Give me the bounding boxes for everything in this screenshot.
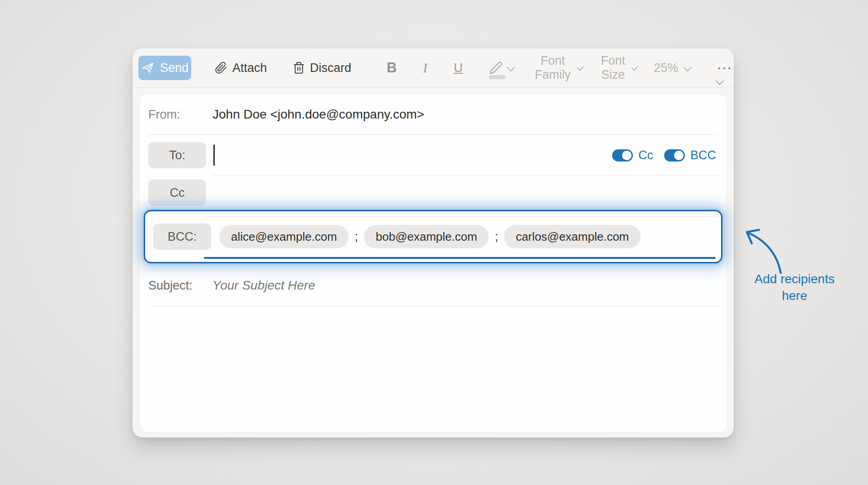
bcc-toggle[interactable] bbox=[664, 149, 685, 162]
send-button[interactable]: Send bbox=[138, 56, 191, 80]
subject-placeholder: Your Subject Here bbox=[212, 278, 315, 293]
overflow-menu-button[interactable]: ••• bbox=[717, 64, 734, 72]
send-button-label: Send bbox=[160, 61, 189, 75]
from-value: John Doe <john.doe@company.com> bbox=[212, 107, 424, 122]
collapse-ribbon-button[interactable] bbox=[713, 78, 725, 86]
recipient-separator: ; bbox=[354, 230, 358, 244]
message-panel: From: John Doe <john.doe@company.com> To… bbox=[140, 95, 726, 432]
chevron-down-icon bbox=[632, 64, 638, 71]
toggle-knob bbox=[674, 151, 684, 160]
subject-label: Subject: bbox=[148, 279, 212, 293]
compose-window: Send Attach Discard B I U bbox=[132, 48, 734, 437]
font-size-label: Font Size bbox=[599, 54, 626, 82]
compose-toolbar: Send Attach Discard B I U bbox=[132, 48, 734, 88]
font-family-dropdown[interactable]: Font Family bbox=[534, 54, 582, 82]
chevron-down-icon bbox=[684, 63, 692, 71]
bcc-row-highlighted[interactable]: BCC: alice@example.com ; bob@example.com… bbox=[144, 210, 722, 263]
font-size-dropdown[interactable]: Font Size bbox=[599, 54, 636, 82]
trash-icon bbox=[292, 62, 305, 74]
desktop-background: { "toolbar": { "send_label": "Send", "at… bbox=[0, 0, 868, 485]
from-row: From: John Doe <john.doe@company.com> bbox=[148, 95, 718, 135]
to-row[interactable]: To: Cc BCC bbox=[148, 135, 718, 176]
highlight-color-button[interactable] bbox=[486, 61, 516, 75]
recipient-pill[interactable]: carlos@example.com bbox=[504, 225, 641, 248]
message-body-input[interactable] bbox=[148, 306, 718, 432]
zoom-dropdown[interactable]: 25% bbox=[654, 61, 690, 75]
recipient-pill[interactable]: alice@example.com bbox=[219, 225, 349, 248]
from-label: From: bbox=[148, 108, 212, 122]
bcc-toggle-label: BCC bbox=[690, 148, 716, 162]
send-plane-icon bbox=[141, 61, 155, 75]
discard-button-label: Discard bbox=[310, 61, 352, 75]
chevron-down-icon bbox=[506, 63, 514, 71]
bold-button[interactable]: B bbox=[384, 59, 399, 76]
recipient-pill[interactable]: bob@example.com bbox=[364, 225, 489, 248]
subject-row[interactable]: Subject: Your Subject Here bbox=[148, 265, 718, 306]
divider bbox=[205, 216, 718, 217]
annotation-text: Add recipients here bbox=[737, 271, 852, 304]
cc-toggle-label: Cc bbox=[638, 148, 653, 162]
discard-button[interactable]: Discard bbox=[292, 61, 352, 75]
chevron-down-icon bbox=[577, 64, 584, 71]
cc-row[interactable]: Cc bbox=[148, 176, 718, 210]
bcc-active-underline bbox=[204, 257, 716, 259]
toggle-knob bbox=[622, 151, 632, 160]
annotation-line-1: Add recipients bbox=[737, 271, 852, 288]
italic-button[interactable]: I bbox=[420, 60, 430, 76]
underline-button[interactable]: U bbox=[451, 60, 466, 76]
highlight-color-swatch bbox=[489, 75, 505, 79]
annotation-line-2: here bbox=[737, 288, 852, 304]
to-label-button[interactable]: To: bbox=[148, 142, 206, 168]
recipient-separator: ; bbox=[495, 230, 498, 244]
chevron-down-icon bbox=[716, 77, 724, 85]
text-cursor bbox=[213, 145, 215, 166]
bcc-recipient-list: alice@example.com ; bob@example.com ; ca… bbox=[219, 225, 641, 248]
cc-label-button[interactable]: Cc bbox=[148, 180, 206, 206]
font-family-label: Font Family bbox=[534, 54, 572, 82]
recipient-toggles: Cc BCC bbox=[612, 148, 716, 162]
highlighter-pen-icon bbox=[489, 61, 503, 75]
zoom-value: 25% bbox=[654, 61, 678, 75]
attach-button-label: Attach bbox=[232, 61, 267, 75]
attach-button[interactable]: Attach bbox=[215, 61, 267, 75]
paperclip-icon bbox=[215, 62, 227, 74]
cc-toggle[interactable] bbox=[612, 149, 633, 162]
bcc-label-button[interactable]: BCC: bbox=[153, 223, 211, 250]
